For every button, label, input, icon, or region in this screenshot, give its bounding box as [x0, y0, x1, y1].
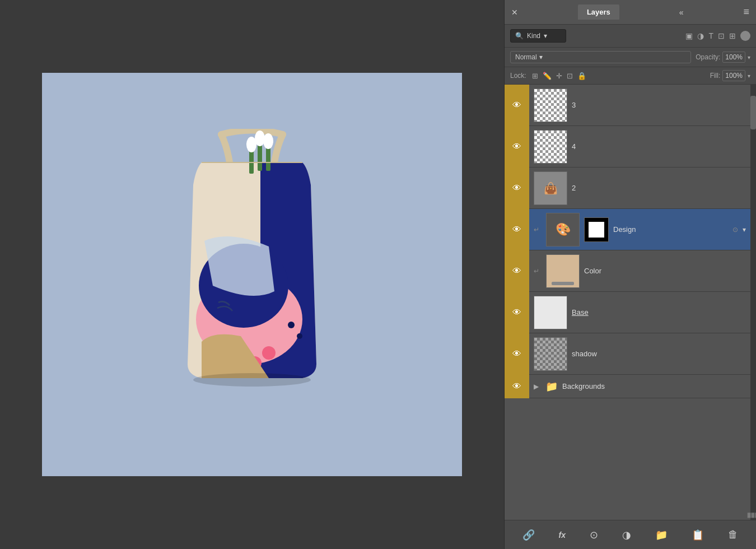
- eye-icon[interactable]: 👁: [512, 183, 521, 193]
- layer-content-4: 4: [529, 130, 750, 164]
- layer-row-backgrounds[interactable]: 👁 ▶ 📁 Backgrounds: [505, 375, 750, 398]
- layer-visibility-3[interactable]: 👁: [505, 85, 529, 126]
- layer-row[interactable]: 👁 3: [505, 85, 750, 126]
- layer-content-base: Base: [529, 296, 750, 329]
- fx-button[interactable]: fx: [554, 528, 570, 542]
- layer-row-color[interactable]: 👁 ↵ Color: [505, 250, 750, 292]
- eye-icon[interactable]: 👁: [512, 349, 521, 359]
- link-button[interactable]: 🔗: [518, 527, 539, 543]
- layer-thumbnail-2: 👜: [534, 171, 567, 205]
- eye-icon[interactable]: 👁: [512, 381, 521, 392]
- panel-menu-button[interactable]: ≡: [743, 6, 749, 18]
- kind-label: Kind: [527, 32, 540, 40]
- lock-icons: ⊞ ✏️ ✛ ⊡ 🔒: [532, 72, 586, 80]
- blend-mode-value: Normal: [515, 53, 537, 61]
- layer-content-backgrounds: ▶ 📁 Backgrounds: [529, 380, 750, 393]
- layer-row-design[interactable]: 👁 ↵ 🎨: [505, 209, 750, 250]
- thumb-white: [534, 296, 567, 329]
- eye-icon[interactable]: 👁: [512, 308, 521, 318]
- fill-arrow[interactable]: ▾: [748, 73, 750, 79]
- layer-visibility-2[interactable]: 👁: [505, 168, 529, 209]
- layer-row[interactable]: 👁 👜 2: [505, 168, 750, 209]
- filter-bar: 🔍 Kind ▾ ▣ ◑ T ⊡ ⊞: [505, 25, 756, 48]
- svg-point-7: [288, 322, 295, 328]
- thumb-design: 🎨: [547, 213, 579, 246]
- opacity-value[interactable]: 100%: [722, 52, 745, 63]
- close-button[interactable]: ✕: [511, 8, 518, 17]
- panel-toolbar: 🔗 fx ⊙ ◑ 📁 📋 🗑: [505, 520, 756, 549]
- lock-label: Lock:: [510, 72, 526, 80]
- group-expand-arrow[interactable]: ▶: [534, 383, 539, 390]
- lock-pixels-icon[interactable]: ⊞: [532, 72, 538, 80]
- fill-label: Fill:: [710, 72, 721, 80]
- layer-expand-icon[interactable]: ▾: [743, 226, 746, 234]
- group-name-backgrounds: Backgrounds: [562, 382, 746, 390]
- blend-mode-bar: Normal ▾ Opacity: 100% ▾: [505, 48, 756, 67]
- layer-visibility-4[interactable]: 👁: [505, 126, 529, 168]
- layer-clip-arrow: ↵: [534, 267, 542, 275]
- layer-thumbnail-4: [534, 130, 567, 164]
- filter-shape-icon[interactable]: ⊡: [718, 31, 725, 40]
- layer-thumbnail-3: [534, 89, 567, 122]
- panel-header: ✕ Layers « ≡: [505, 0, 756, 25]
- layer-row-base[interactable]: 👁 Base: [505, 292, 750, 333]
- layer-visibility-color[interactable]: 👁: [505, 250, 529, 292]
- layer-thumbnail-shadow: [534, 337, 567, 371]
- smart-object-icon[interactable]: ⊙: [732, 226, 738, 234]
- lock-move-icon[interactable]: ✛: [556, 72, 562, 80]
- search-icon: 🔍: [515, 32, 524, 40]
- filter-icons: ▣ ◑ T ⊡ ⊞: [685, 31, 750, 41]
- lock-bar: Lock: ⊞ ✏️ ✛ ⊡ 🔒 Fill: 100% ▾: [505, 67, 756, 85]
- layer-visibility-design[interactable]: 👁: [505, 209, 529, 250]
- layer-name-4: 4: [572, 142, 746, 151]
- eye-icon[interactable]: 👁: [512, 142, 521, 152]
- fill-value[interactable]: 100%: [722, 70, 745, 81]
- lock-artboard-icon[interactable]: ⊡: [567, 72, 573, 80]
- layers-container: 👁 3 👁 4: [505, 85, 756, 520]
- layer-clip-arrow: ↵: [534, 226, 542, 234]
- layer-name-3: 3: [572, 101, 746, 109]
- layer-content-shadow: shadow: [529, 337, 750, 371]
- lock-all-icon[interactable]: 🔒: [577, 72, 586, 80]
- adjustment-button[interactable]: ◑: [618, 527, 636, 543]
- svg-point-13: [255, 131, 265, 146]
- opacity-arrow[interactable]: ▾: [748, 54, 750, 61]
- filter-text-icon[interactable]: T: [708, 31, 713, 40]
- layer-row[interactable]: 👁 4: [505, 126, 750, 168]
- layer-secondary-thumb: [584, 217, 609, 242]
- new-group-button[interactable]: 📁: [651, 527, 672, 543]
- svg-point-14: [263, 133, 273, 149]
- layer-visibility-shadow[interactable]: 👁: [505, 333, 529, 375]
- tote-bag-illustration: [157, 129, 347, 420]
- layer-visibility-backgrounds[interactable]: 👁: [505, 375, 529, 398]
- lock-paint-icon[interactable]: ✏️: [543, 72, 552, 80]
- thumb-checker: [534, 89, 567, 122]
- eye-icon[interactable]: 👁: [512, 266, 521, 276]
- panel-title-area: Layers: [578, 4, 619, 20]
- filter-smartobject-icon[interactable]: ⊞: [729, 31, 736, 40]
- layer-thumbnail-design: 🎨: [546, 213, 580, 246]
- eye-icon[interactable]: 👁: [512, 225, 521, 235]
- new-layer-button[interactable]: 📋: [687, 527, 708, 543]
- mask-button[interactable]: ⊙: [585, 527, 603, 543]
- layer-thumbnail-base: [534, 296, 567, 329]
- layer-visibility-base[interactable]: 👁: [505, 292, 529, 333]
- layers-scrollbar[interactable]: ▓▓▓: [750, 85, 756, 520]
- scroll-thumb[interactable]: [750, 96, 756, 129]
- delete-button[interactable]: 🗑: [724, 527, 743, 543]
- layer-name-shadow: shadow: [572, 350, 746, 358]
- layers-tab[interactable]: Layers: [578, 4, 619, 20]
- svg-point-8: [297, 333, 302, 339]
- filter-adjustment-icon[interactable]: ◑: [697, 31, 704, 40]
- filter-dot[interactable]: [740, 31, 750, 41]
- filter-image-icon[interactable]: ▣: [685, 31, 693, 40]
- kind-dropdown-arrow: ▾: [544, 32, 547, 40]
- layer-content-design: ↵ 🎨 Design ⊙: [529, 213, 750, 246]
- layer-row-shadow[interactable]: 👁 shadow: [505, 333, 750, 375]
- layer-thumbnail-color: [546, 254, 580, 288]
- canvas-area: [0, 0, 504, 549]
- collapse-button[interactable]: «: [679, 8, 684, 17]
- blend-mode-dropdown[interactable]: Normal ▾: [510, 51, 691, 63]
- eye-icon[interactable]: 👁: [512, 100, 521, 110]
- kind-dropdown[interactable]: 🔍 Kind ▾: [510, 29, 566, 43]
